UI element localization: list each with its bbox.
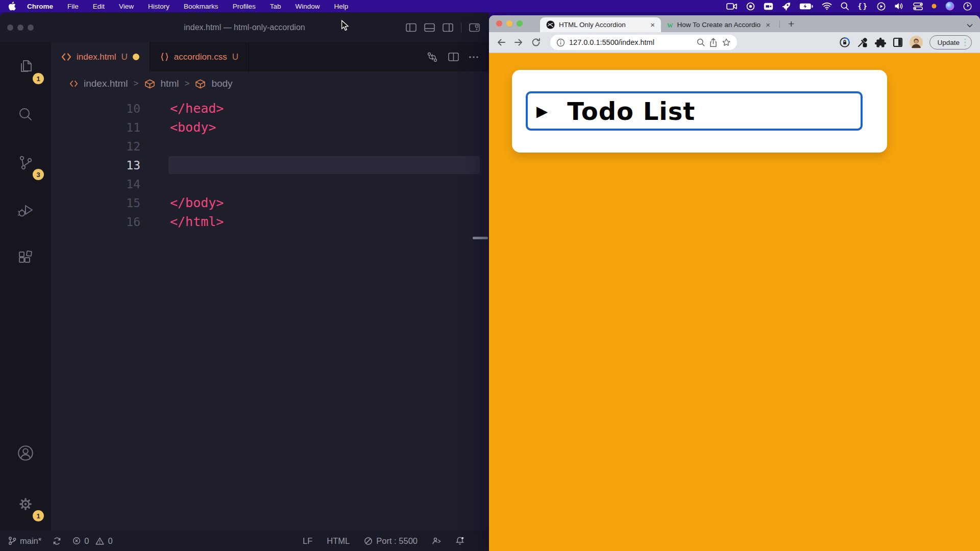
breadcrumb-item-body[interactable]: body xyxy=(211,78,232,89)
sidebar-item-settings[interactable]: 1 xyxy=(9,486,42,522)
menu-item-profiles[interactable]: Profiles xyxy=(233,3,256,10)
privacy-extension-icon[interactable] xyxy=(839,37,850,48)
close-button[interactable] xyxy=(496,20,502,27)
spotlight-search-icon[interactable] xyxy=(841,2,849,10)
breadcrumb-item-html[interactable]: html xyxy=(161,78,179,89)
menu-item-window[interactable]: Window xyxy=(295,3,320,10)
breadcrumb-item-file[interactable]: index.html xyxy=(84,78,128,89)
clock-icon[interactable] xyxy=(963,2,972,11)
new-tab-button[interactable]: + xyxy=(783,18,799,32)
site-info-icon[interactable] xyxy=(556,38,565,47)
zoom-icon[interactable] xyxy=(697,38,705,46)
code-line-12[interactable]: 12 xyxy=(51,137,489,156)
scrollbar-handle[interactable] xyxy=(473,237,488,239)
code-editor[interactable]: 10</head>11<body>12131415</body>16</html… xyxy=(51,96,489,531)
editor-tab-index-html[interactable]: index.html U xyxy=(51,42,150,71)
reload-icon[interactable] xyxy=(529,35,543,49)
siri-icon[interactable] xyxy=(945,2,954,11)
color-picker-extension-icon[interactable] xyxy=(857,37,868,48)
more-actions-icon[interactable] xyxy=(469,56,479,59)
chrome-update-button[interactable]: Update xyxy=(929,35,972,49)
close-button[interactable] xyxy=(7,24,13,31)
minimize-button[interactable] xyxy=(17,24,23,31)
browser-menu-dots-icon[interactable] xyxy=(964,38,966,46)
code-line-15[interactable]: 15</body> xyxy=(51,193,489,212)
menu-item-tab[interactable]: Tab xyxy=(270,3,281,10)
tab-filename: index.html xyxy=(77,52,116,62)
accordion-summary[interactable]: ▶ Todo List xyxy=(526,91,863,131)
sidebar-item-source-control[interactable]: 3 xyxy=(9,144,42,181)
sidebar-item-extensions[interactable] xyxy=(9,240,42,277)
address-bar[interactable]: 127.0.0.1:5500/index.html xyxy=(550,35,737,50)
control-center-icon[interactable] xyxy=(913,3,923,10)
code-line-10[interactable]: 10</head> xyxy=(51,99,489,118)
open-changes-icon[interactable] xyxy=(426,52,438,63)
braces-icon[interactable]: {} xyxy=(857,2,868,10)
toggle-primary-sidebar-icon[interactable] xyxy=(406,23,416,32)
eol-indicator[interactable]: LF xyxy=(303,536,312,546)
browser-tab-accordion[interactable]: HTML Only Accordion × xyxy=(540,17,661,32)
sidebar-item-accounts[interactable] xyxy=(9,435,42,471)
sidebar-item-run-debug[interactable] xyxy=(9,192,42,229)
video-camera-icon[interactable] xyxy=(726,3,738,10)
share-icon[interactable] xyxy=(709,38,718,47)
mouse-cursor xyxy=(341,20,349,31)
apple-icon[interactable] xyxy=(8,2,16,11)
camera-icon[interactable] xyxy=(764,3,773,10)
git-branch-icon xyxy=(8,536,16,545)
volume-icon[interactable] xyxy=(894,2,904,10)
tab-search-chevron-icon[interactable] xyxy=(967,23,973,28)
browser-tab-wikihow[interactable]: w How To Create an Accordion × xyxy=(661,17,776,32)
tab-title: HTML Only Accordion xyxy=(559,21,645,29)
rocket-icon[interactable] xyxy=(782,2,791,11)
zoom-button[interactable] xyxy=(517,20,523,27)
code-line-13[interactable]: 13 xyxy=(51,156,489,174)
branch-name: main* xyxy=(20,536,41,546)
vscode-titlebar[interactable]: index.html — html-only-accordion xyxy=(0,13,489,42)
modified-dot-icon[interactable] xyxy=(133,54,139,60)
wifi-icon[interactable] xyxy=(822,2,832,10)
notifications-bell-icon[interactable] xyxy=(456,536,464,545)
code-line-16[interactable]: 16</html> xyxy=(51,212,489,231)
code-line-14[interactable]: 14 xyxy=(51,174,489,193)
customize-layout-icon[interactable] xyxy=(469,23,480,32)
tab-close-icon[interactable]: × xyxy=(649,20,656,29)
editor-tab-accordion-css[interactable]: accordion.css U xyxy=(150,42,249,71)
minimize-button[interactable] xyxy=(506,20,512,27)
url-text: 127.0.0.1:5500/index.html xyxy=(569,38,693,46)
back-icon[interactable] xyxy=(494,35,508,49)
menu-item-edit[interactable]: Edit xyxy=(93,3,105,10)
code-line-11[interactable]: 11<body> xyxy=(51,118,489,137)
bookmark-star-icon[interactable] xyxy=(722,38,731,47)
profile-avatar[interactable] xyxy=(910,36,923,49)
menu-item-file[interactable]: File xyxy=(67,3,79,10)
menu-item-chrome[interactable]: Chrome xyxy=(27,3,53,10)
symbol-cube-icon xyxy=(195,79,206,89)
language-indicator[interactable]: HTML xyxy=(327,536,350,546)
menu-item-history[interactable]: History xyxy=(148,3,169,10)
menu-item-view[interactable]: View xyxy=(119,3,134,10)
recording-dot-icon xyxy=(932,4,937,9)
menu-item-bookmarks[interactable]: Bookmarks xyxy=(184,3,218,10)
screen-record-icon[interactable] xyxy=(746,2,755,11)
sidebar-item-search[interactable] xyxy=(9,96,42,133)
live-share-icon[interactable] xyxy=(432,537,442,545)
tab-separator xyxy=(779,20,780,28)
sync-button[interactable] xyxy=(53,537,61,545)
split-editor-icon[interactable] xyxy=(448,53,459,61)
branch-indicator[interactable]: main* xyxy=(8,536,41,546)
zoom-button[interactable] xyxy=(28,24,34,31)
toggle-panel-icon[interactable] xyxy=(424,23,435,32)
problems-indicator[interactable]: 0 0 xyxy=(72,536,112,546)
tab-close-icon[interactable]: × xyxy=(765,20,771,29)
battery-icon[interactable] xyxy=(799,3,813,10)
reader-mode-extension-icon[interactable] xyxy=(893,37,903,47)
extensions-puzzle-icon[interactable] xyxy=(875,37,886,48)
forward-icon[interactable] xyxy=(511,35,526,49)
play-circle-icon[interactable] xyxy=(877,2,886,11)
sidebar-item-explorer[interactable]: 1 xyxy=(9,48,42,85)
menu-item-help[interactable]: Help xyxy=(334,3,348,10)
toggle-secondary-sidebar-icon[interactable] xyxy=(443,23,453,32)
macos-menubar: ChromeFileEditViewHistoryBookmarksProfil… xyxy=(0,0,980,13)
live-server-indicator[interactable]: Port : 5500 xyxy=(364,536,418,546)
